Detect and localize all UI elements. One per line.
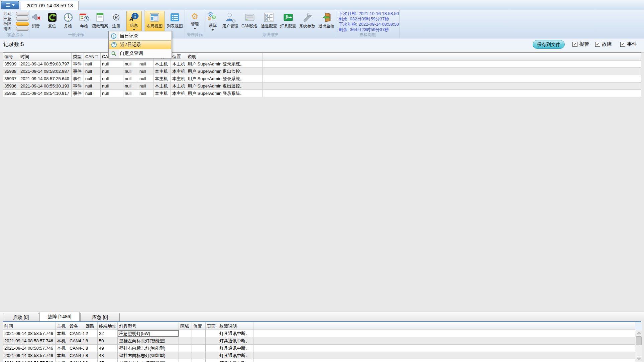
- mute-button[interactable]: 消音: [28, 11, 44, 31]
- register-icon: ®: [113, 12, 119, 23]
- col-header[interactable]: 说明: [186, 53, 262, 60]
- layout-view-button[interactable]: 布局视图: [145, 11, 165, 31]
- monthly-check-button[interactable]: 月检: [61, 11, 76, 31]
- records-table: 编号 时间 类型 CAN口 CAN地址 区域 位置 说明 359392021-0…: [3, 52, 641, 97]
- monthly-check-icon: [63, 12, 73, 23]
- evacuation-plan-icon: [95, 12, 105, 23]
- group-label-manage: 管理操作: [185, 32, 205, 38]
- col-header[interactable]: 区域: [179, 322, 192, 330]
- scrollbar-thumb[interactable]: [636, 336, 642, 345]
- speaker-mute-icon: [31, 12, 41, 23]
- chevron-down-icon: [211, 29, 214, 32]
- col-header[interactable]: 时间: [19, 53, 72, 60]
- system-button[interactable]: ⚙ ⚙ ⚙ 系统: [205, 11, 220, 31]
- records-table-header: 编号 时间 类型 CAN口 CAN地址 区域 位置 说明: [3, 52, 641, 60]
- info-button[interactable]: A 信息: [126, 11, 142, 31]
- col-header-filler: [253, 322, 641, 330]
- user-manage-button[interactable]: ⚙ 用户管理: [221, 11, 239, 31]
- filter-alarm[interactable]: 报警: [572, 41, 589, 47]
- group-label-maintain: 系统维护: [205, 32, 336, 38]
- can-device-icon: [245, 12, 255, 23]
- next-monthly-check: 下次月检: 2021-10-16 18:58:50: [339, 11, 398, 16]
- yearly-check-button[interactable]: 年检: [77, 11, 92, 31]
- col-header[interactable]: 位置: [171, 53, 186, 60]
- window-title: 2021-09-14 08:59:13: [21, 1, 79, 10]
- lamp-config-button[interactable]: 灯具配置: [279, 11, 297, 31]
- col-header[interactable]: 编号: [3, 53, 19, 60]
- next-yearly-check: 下次年检: 2022-09-14 08:58:50: [339, 22, 398, 27]
- info-icon: A: [129, 12, 139, 22]
- channel-config-button[interactable]: 通道配置: [260, 11, 278, 31]
- status-emergency-indicator: [16, 17, 29, 21]
- can-device-button[interactable]: CAN设备: [240, 11, 259, 31]
- list-view-button[interactable]: 列表视图: [165, 11, 185, 31]
- table-row[interactable]: 359352021-09-14 08:54:10.917事件nullnullnu…: [3, 90, 641, 97]
- manage-button[interactable]: ⚙ 管理: [187, 11, 203, 31]
- table-row[interactable]: 359372021-09-14 08:57:25.640事件nullnullnu…: [3, 75, 641, 82]
- vertical-scrollbar[interactable]: [635, 330, 642, 362]
- col-header[interactable]: 终端地址: [98, 322, 118, 330]
- channel-config-icon: [264, 12, 274, 23]
- evacuation-plan-button[interactable]: 疏散预案: [93, 11, 108, 31]
- register-button[interactable]: ® 注册: [109, 11, 124, 31]
- col-header[interactable]: 灯具型号: [118, 322, 179, 330]
- records-bar: 记录数:5 保存到文件 报警 故障 事件: [0, 38, 644, 51]
- exit-monitor-button[interactable]: 退出监控: [317, 11, 336, 31]
- checkbox-event[interactable]: [620, 42, 625, 47]
- scroll-up-button[interactable]: [635, 330, 642, 336]
- status-silence-label: 消声:: [3, 26, 15, 32]
- ribbon-group-status: 启动: 应急: 故障: 消声: 状态提示: [1, 10, 29, 38]
- menu-item-custom-query[interactable]: 自定义查询: [109, 49, 171, 58]
- menu-item-today-records[interactable]: 1 当日记录: [109, 32, 171, 40]
- ribbon-group-maintain: ⚙ ⚙ ⚙ 系统 ⚙ 用户管理: [205, 10, 336, 38]
- status-fault-indicator: [16, 22, 29, 26]
- col-header[interactable]: 位置: [192, 322, 206, 330]
- chevron-down-icon: [637, 356, 641, 360]
- tab-emergency[interactable]: 应急 [0]: [80, 313, 120, 321]
- table-row[interactable]: 2021-09-14 08:58:57.746本机CAN4-3850壁挂左向标志…: [3, 337, 641, 345]
- table-row[interactable]: 2021-09-14 08:58:57.746本机CAN4-3848壁挂右向标志…: [3, 352, 641, 359]
- col-header[interactable]: 页面: [206, 322, 218, 330]
- table-row[interactable]: 359392021-09-14 08:59:03.797事件nullnullnu…: [3, 60, 641, 68]
- bottom-tab-bar: 启动 [0] 故障 [1486] 应急 [0]: [0, 312, 644, 321]
- filter-event[interactable]: 事件: [620, 41, 637, 47]
- checkbox-alarm[interactable]: [572, 42, 577, 47]
- lamp-config-icon: [283, 12, 293, 23]
- save-to-file-button[interactable]: 保存到文件: [533, 40, 565, 49]
- col-header[interactable]: 回路: [84, 322, 98, 330]
- fault-table: 时间 主机 设备 回路 终端地址 灯具型号 区域 位置 页面 故障说明 2021…: [3, 321, 641, 362]
- ribbon-group-selfcheck: 下次月检: 2021-10-16 18:58:50 剩余: 032日09时59分…: [336, 10, 400, 38]
- checkbox-fault[interactable]: [595, 42, 600, 47]
- info-dropdown-menu: 1 当日记录 7 近7日记录 自定义查询: [108, 31, 172, 58]
- col-header[interactable]: 主机: [56, 322, 68, 330]
- yearly-check-icon: [79, 12, 89, 23]
- status-silence-indicator: [16, 27, 29, 31]
- scroll-down-button[interactable]: [635, 356, 642, 362]
- col-header[interactable]: 故障说明: [218, 322, 253, 330]
- reset-button[interactable]: 复位: [44, 11, 60, 31]
- circle-1-icon: 1: [111, 33, 116, 39]
- table-row[interactable]: 359382021-09-14 08:58:02.987事件nullnullnu…: [3, 68, 641, 75]
- user-manage-icon: ⚙: [225, 12, 235, 23]
- tab-fault[interactable]: 故障 [1486]: [39, 312, 80, 321]
- col-header[interactable]: CAN口: [84, 53, 101, 60]
- system-gears-icon: ⚙ ⚙ ⚙: [208, 12, 218, 22]
- app-menu-button[interactable]: [1, 1, 19, 9]
- col-header[interactable]: 类型: [72, 53, 84, 60]
- status-start-indicator: [16, 12, 29, 16]
- system-params-button[interactable]: 系统参数: [298, 11, 316, 31]
- table-row[interactable]: 2021-09-14 08:58:57.746本机CAN1-1222应急照明灯(…: [3, 330, 641, 337]
- table-row[interactable]: 2021-09-14 08:58:57.746本机CAN4-3847吊装左向标志…: [3, 359, 641, 362]
- record-count: 记录数:5: [3, 41, 24, 48]
- system-params-icon: [302, 12, 312, 23]
- table-row[interactable]: 359362021-09-14 08:55:30.193事件nullnullnu…: [3, 82, 641, 90]
- filter-fault[interactable]: 故障: [595, 41, 612, 47]
- tab-start[interactable]: 启动 [0]: [3, 313, 39, 321]
- col-header[interactable]: 时间: [3, 322, 56, 330]
- manage-gear-icon: ⚙: [191, 12, 199, 21]
- fault-table-header: 时间 主机 设备 回路 终端地址 灯具型号 区域 位置 页面 故障说明: [3, 322, 641, 330]
- col-header[interactable]: 设备: [68, 322, 84, 330]
- menu-item-last7days-records[interactable]: 7 近7日记录: [109, 40, 171, 49]
- table-row[interactable]: 2021-09-14 08:58:57.746本机CAN4-3849壁挂右向标志…: [3, 345, 641, 352]
- col-header-filler: [262, 53, 641, 60]
